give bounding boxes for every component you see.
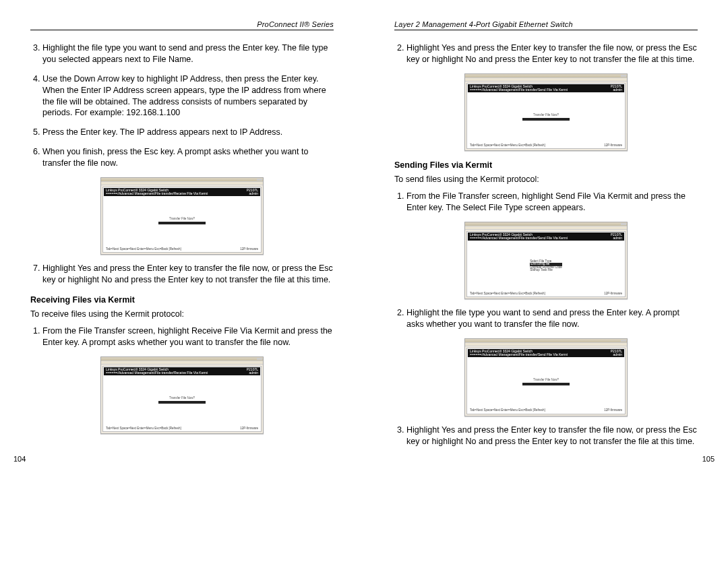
r-step-send-3: Highlight Yes and press the Enter key to… <box>406 425 698 447</box>
step-recv-1: From the File Transfer screen, highlight… <box>42 325 334 348</box>
r-steps-a: Highlight Yes and press the Enter key to… <box>394 42 698 65</box>
r-step-send-1: From the File Transfer screen, highlight… <box>406 191 698 214</box>
intro-receiving: To receive files using the Kermit protoc… <box>30 309 334 320</box>
screenshot-4: Linksys ProConnectII 3324 Gigabit Switch… <box>464 222 628 300</box>
r-steps-d: Highlight Yes and press the Enter key to… <box>394 425 698 447</box>
r-step-2: Highlight Yes and press the Enter key to… <box>406 42 698 65</box>
step-5: Press the Enter key. The IP address appe… <box>42 127 334 138</box>
page-num-left: 104 <box>13 455 26 463</box>
steps-list-c: From the File Transfer screen, highlight… <box>30 325 334 348</box>
screenshot-5: Linksys ProConnectII 3324 Gigabit Switch… <box>464 338 628 416</box>
r-step-send-2: Highlight the file type you want to send… <box>406 307 698 330</box>
section-receiving: Receiving Files via Kermit <box>30 295 334 305</box>
r-steps-c: Highlight the file type you want to send… <box>394 307 698 330</box>
steps-list-b: Highlight Yes and press the Enter key to… <box>30 263 334 286</box>
step-7: Highlight Yes and press the Enter key to… <box>42 263 334 286</box>
screenshot-1: Linksys ProConnectII 3324 Gigabit Switch… <box>100 177 264 255</box>
ss-yes-highlight <box>158 222 206 224</box>
header-left: ProConnect II® Series <box>30 20 334 30</box>
page-num-right: 105 <box>702 455 715 463</box>
ss-status-r: 12P-firmware <box>240 248 258 251</box>
ss-ft2: Startup Task File <box>530 269 562 272</box>
page-right: Layer 2 Management 4-Port Gigabit Ethern… <box>377 20 715 455</box>
r-steps-b: From the File Transfer screen, highlight… <box>394 191 698 214</box>
step-6: When you finish, press the Esc key. A pr… <box>42 146 334 169</box>
ss-banner2: ======/Advanced Management/File transfer… <box>106 192 247 195</box>
ss-br2: admin <box>247 192 258 195</box>
header-right: Layer 2 Management 4-Port Gigabit Ethern… <box>394 20 698 30</box>
step-3: Highlight the file type you want to send… <box>42 42 334 65</box>
intro-sending: To send files using the Kermit protocol: <box>394 174 698 185</box>
step-4: Use the Down Arrow key to highlight IP A… <box>42 73 334 119</box>
page-left: ProConnect II® Series Highlight the file… <box>13 20 351 455</box>
ss-status-l: Tab=Next Space=Next Enter=Menu Esc=Back … <box>106 248 181 251</box>
ss-prompt: Transfer File Now? <box>158 218 206 221</box>
section-sending: Sending Files via Kermit <box>394 160 698 170</box>
steps-list-a: Highlight the file type you want to send… <box>30 42 334 169</box>
screenshot-2: Linksys ProConnectII 3324 Gigabit Switch… <box>100 356 264 435</box>
screenshot-3: Linksys ProConnectII 3324 Gigabit Switch… <box>464 73 628 152</box>
